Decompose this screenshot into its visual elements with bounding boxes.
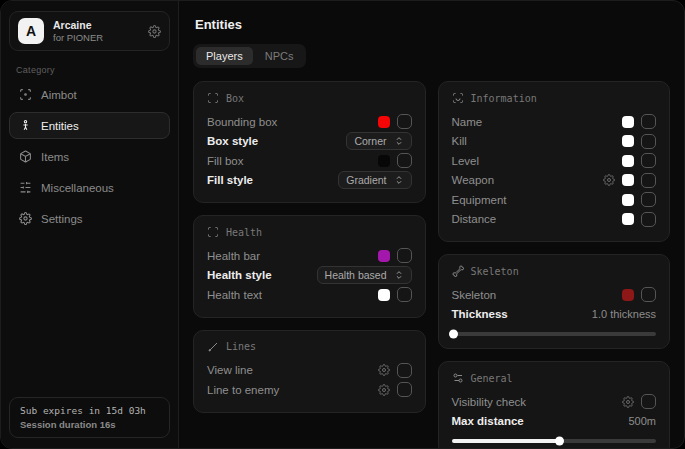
color-swatch[interactable] [622, 194, 634, 206]
row-label: Line to enemy [207, 384, 279, 396]
right-column: Information Name Kill [438, 81, 671, 448]
chevrons-up-down-icon [394, 175, 404, 185]
row-label: Name [452, 116, 483, 128]
color-swatch[interactable] [622, 116, 634, 128]
scan-face-icon [452, 92, 464, 104]
visibility-check-row: Visibility check [452, 392, 657, 412]
health-style-dropdown[interactable]: Health based [317, 266, 412, 284]
sub-expiry-text: Sub expires in 15d 03h [20, 405, 159, 416]
skeleton-card: Skeleton Skeleton Thickness 1.0 thicknes… [438, 254, 671, 349]
row-label: Equipment [452, 194, 507, 206]
gear-icon [19, 212, 32, 225]
row-label: Skeleton [452, 289, 497, 301]
gear-icon[interactable] [622, 396, 634, 408]
color-swatch[interactable] [378, 289, 390, 301]
checkbox[interactable] [641, 192, 656, 207]
row-label: Kill [452, 135, 467, 147]
card-title: Skeleton [471, 266, 519, 277]
chevrons-up-down-icon [394, 270, 404, 280]
tab-players[interactable]: Players [196, 47, 253, 65]
checkbox[interactable] [397, 287, 412, 302]
sidebar-item-entities[interactable]: Entities [9, 112, 170, 139]
dropdown-value: Health based [325, 269, 387, 281]
slider-thumb[interactable] [555, 437, 564, 446]
fill-style-dropdown[interactable]: Gradient [338, 171, 411, 189]
gear-icon[interactable] [378, 364, 390, 376]
sidebar-nav: Aimbot Entities Items Miscellaneous [9, 81, 170, 232]
package-icon [19, 150, 32, 163]
color-swatch[interactable] [622, 155, 634, 167]
row-label: Level [452, 155, 480, 167]
checkbox[interactable] [641, 394, 656, 409]
dropdown-value: Corner [354, 135, 386, 147]
row-label: Distance [452, 213, 497, 225]
row-label: Max distance [452, 415, 524, 427]
brand-logo: A [18, 18, 44, 44]
checkbox[interactable] [641, 153, 656, 168]
checkbox[interactable] [397, 382, 412, 397]
slider-fill [452, 332, 454, 336]
row-label: Bounding box [207, 116, 277, 128]
sidebar-item-items[interactable]: Items [9, 143, 170, 170]
max-distance-slider[interactable] [452, 439, 657, 443]
row-label: Weapon [452, 174, 495, 186]
slider-thumb[interactable] [449, 330, 458, 339]
row-label: Fill style [207, 174, 253, 186]
box-style-dropdown[interactable]: Corner [346, 132, 411, 150]
brackets-icon [207, 226, 219, 238]
card-title: Information [471, 93, 537, 104]
fill-box-row: Fill box [207, 151, 412, 171]
lines-card-header: Lines [207, 341, 412, 353]
gear-icon[interactable] [378, 384, 390, 396]
sidebar-item-settings[interactable]: Settings [9, 205, 170, 232]
sidebar: A Arcaine for PIONER Category Aimbot [1, 1, 179, 448]
card-title: General [471, 373, 513, 384]
max-distance-value: 500m [628, 415, 656, 427]
session-duration-text: Session duration 16s [20, 419, 159, 430]
checkbox[interactable] [397, 153, 412, 168]
health-card-header: Health [207, 226, 412, 238]
fill-style-row: Fill style Gradient [207, 171, 412, 191]
checkbox[interactable] [641, 134, 656, 149]
sidebar-item-aimbot[interactable]: Aimbot [9, 81, 170, 108]
sidebar-item-label: Items [41, 151, 69, 163]
tab-npcs[interactable]: NPCs [255, 47, 304, 65]
card-title: Lines [226, 341, 256, 352]
color-swatch[interactable] [622, 213, 634, 225]
checkbox[interactable] [397, 248, 412, 263]
color-swatch[interactable] [622, 135, 634, 147]
color-swatch[interactable] [378, 155, 390, 167]
box-style-row: Box style Corner [207, 132, 412, 152]
health-text-row: Health text [207, 285, 412, 305]
level-row: Level [452, 151, 657, 171]
checkbox[interactable] [641, 173, 656, 188]
gear-icon[interactable] [603, 174, 615, 186]
crosshair-icon [19, 88, 32, 101]
color-swatch[interactable] [622, 289, 634, 301]
pencil-line-icon [207, 341, 219, 353]
bone-icon [452, 265, 464, 277]
checkbox[interactable] [397, 363, 412, 378]
row-label: Fill box [207, 155, 243, 167]
gear-icon[interactable] [148, 25, 161, 38]
sidebar-item-label: Settings [41, 213, 83, 225]
row-label: Box style [207, 135, 258, 147]
checkbox[interactable] [397, 114, 412, 129]
weapon-row: Weapon [452, 171, 657, 191]
line-to-enemy-row: Line to enemy [207, 380, 412, 400]
color-swatch[interactable] [378, 250, 390, 262]
sidebar-item-miscellaneous[interactable]: Miscellaneous [9, 174, 170, 201]
color-swatch[interactable] [378, 116, 390, 128]
checkbox[interactable] [641, 114, 656, 129]
brand-name: Arcaine [53, 19, 139, 32]
thickness-slider[interactable] [452, 332, 657, 336]
checkbox[interactable] [641, 287, 656, 302]
row-label: Health style [207, 269, 272, 281]
checkbox[interactable] [641, 212, 656, 227]
color-swatch[interactable] [622, 174, 634, 186]
distance-row: Distance [452, 210, 657, 230]
equipment-row: Equipment [452, 190, 657, 210]
thickness-row: Thickness 1.0 thickness [452, 305, 657, 325]
information-card-header: Information [452, 92, 657, 104]
sliders-icon [19, 181, 32, 194]
